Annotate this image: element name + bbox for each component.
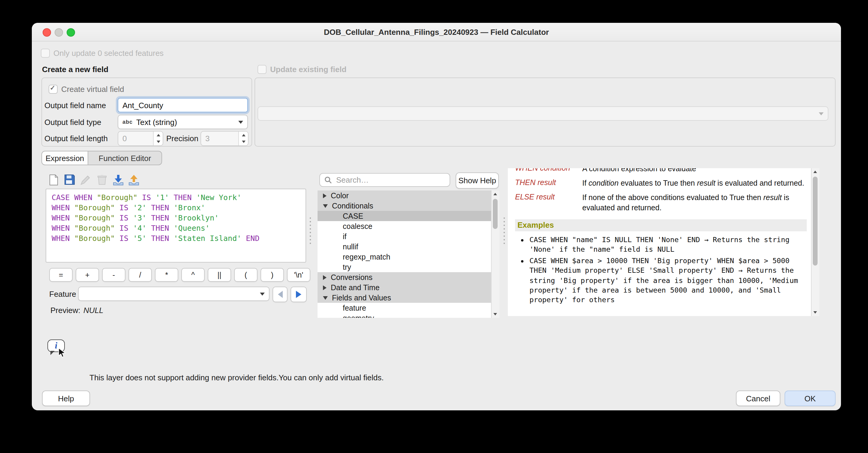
tree-label: Conditionals [332, 202, 373, 210]
help-param-description: A condition expression to evaluate [582, 168, 807, 174]
output-field-length-label: Output field length [44, 134, 108, 143]
output-field-type-select[interactable]: abc Text (string) [118, 115, 248, 129]
show-help-button[interactable]: Show Help [456, 172, 499, 189]
ok-button[interactable]: OK [784, 391, 836, 406]
spinner-down-button[interactable] [239, 139, 248, 145]
tree-item-coalesce[interactable]: coalesce [317, 221, 492, 231]
tab-expression[interactable]: Expression [41, 151, 88, 165]
tree-label: Fields and Values [332, 293, 391, 302]
splitter-handle[interactable] [309, 216, 312, 245]
tree-scrollbar[interactable] [491, 191, 499, 318]
tree-group-fields-and-values[interactable]: Fields and Values [317, 292, 492, 303]
export-up-arrow-icon [128, 174, 139, 185]
search-icon [324, 176, 332, 184]
operator-button[interactable]: || [208, 268, 231, 282]
scroll-up-icon[interactable] [813, 171, 817, 173]
tree-item-regexp_match[interactable]: regexp_match [317, 252, 492, 262]
tree-item-try[interactable]: try [317, 262, 492, 272]
operator-button[interactable]: = [49, 268, 73, 282]
import-expression-button[interactable] [112, 173, 125, 186]
tree-group-conditionals[interactable]: Conditionals [317, 201, 492, 211]
scrollbar-thumb[interactable] [493, 199, 498, 229]
export-expression-button[interactable] [127, 173, 141, 186]
code-line: CASE WHEN "Borough" IS '1' THEN 'New Yor… [52, 192, 300, 202]
tab-function-editor[interactable]: Function Editor [88, 151, 162, 165]
splitter-handle[interactable] [502, 216, 506, 245]
tree-group-date-and-time[interactable]: Date and Time [317, 282, 492, 292]
operator-button[interactable]: '\n' [287, 268, 310, 282]
chevron-down-icon[interactable] [323, 296, 328, 300]
feature-label: Feature [49, 290, 76, 299]
checkbox-checked-icon[interactable] [49, 85, 58, 94]
titlebar[interactable]: DOB_Cellular_Antenna_Filings_20240923 — … [32, 23, 841, 41]
operator-button[interactable]: ^ [181, 268, 205, 282]
operator-button[interactable]: ( [234, 268, 257, 282]
spinner-down-button[interactable] [154, 139, 163, 145]
save-expression-button[interactable] [63, 173, 76, 186]
new-expression-button[interactable] [47, 173, 60, 186]
code-line: WHEN "Borough" IS '3' THEN 'Brooklyn' [52, 213, 300, 223]
tree-group-color[interactable]: Color [317, 191, 492, 201]
cancel-button[interactable]: Cancel [736, 391, 780, 406]
chevron-down-icon[interactable] [323, 204, 328, 207]
spinner-up-button[interactable] [154, 132, 163, 139]
code-line: WHEN "Borough" IS '5' THEN 'Staten Islan… [52, 233, 300, 243]
tree-label: regexp_match [343, 253, 390, 261]
operator-button[interactable]: ) [260, 268, 284, 282]
function-tree-panel: ColorConditionalsCASEcoalesceifnullifreg… [317, 191, 499, 318]
scroll-up-icon[interactable] [493, 193, 497, 195]
pencil-icon [81, 174, 91, 185]
operator-button[interactable]: + [75, 268, 99, 282]
tree-label: CASE [343, 212, 363, 220]
operator-button[interactable]: - [102, 268, 125, 282]
preview-label: Preview: [51, 306, 81, 315]
field-calculator-window: DOB_Cellular_Antenna_Filings_20240923 — … [32, 23, 841, 410]
examples-band: Examples [515, 219, 807, 231]
scroll-down-icon[interactable] [493, 313, 497, 315]
chevron-right-icon[interactable] [323, 285, 327, 290]
only-update-checkbox: Only update 0 selected features [41, 49, 163, 58]
output-field-name-input[interactable] [118, 98, 248, 112]
scroll-down-icon[interactable] [813, 311, 817, 314]
scrollbar-thumb[interactable] [813, 177, 817, 265]
tree-item-nullif[interactable]: nullif [317, 242, 492, 252]
chevron-right-icon[interactable] [323, 193, 327, 198]
help-param-term: ELSE result [515, 193, 582, 213]
delete-expression-button [95, 173, 108, 186]
feature-select[interactable] [78, 287, 270, 301]
info-icon: i [48, 339, 71, 360]
precision-spinner[interactable]: 3 [200, 131, 249, 146]
tree-item-if[interactable]: if [317, 231, 492, 242]
help-scrollbar[interactable] [811, 168, 819, 316]
checkbox-icon [41, 49, 50, 58]
examples-heading: Examples [518, 221, 554, 229]
operator-button[interactable]: / [128, 268, 152, 282]
help-example: CASE WHEN "name" IS NULL THEN 'None' END… [529, 235, 807, 254]
help-button[interactable]: Help [42, 391, 90, 406]
help-content: WHEN conditionA condition expression to … [508, 168, 812, 316]
tree-label: if [343, 232, 347, 240]
mouse-cursor-icon [58, 348, 66, 358]
help-examples: CASE WHEN "name" IS NULL THEN 'None' END… [515, 235, 807, 305]
expression-editor[interactable]: CASE WHEN "Borough" IS '1' THEN 'New Yor… [45, 189, 306, 262]
precision-label: Precision [166, 134, 198, 143]
layer-info-text: This layer does not support adding new p… [89, 373, 383, 382]
operator-button[interactable]: * [155, 268, 178, 282]
chevron-right-icon[interactable] [323, 275, 327, 280]
tree-item-case[interactable]: CASE [317, 211, 492, 221]
function-search[interactable] [319, 173, 450, 187]
preview-value: NULL [84, 306, 103, 315]
create-new-field-heading: Create a new field [42, 65, 108, 74]
output-field-length-spinner[interactable]: 0 [118, 131, 163, 146]
tree-item-feature[interactable]: feature [317, 303, 492, 313]
code-line: WHEN "Borough" IS '4' THEN 'Queens' [52, 223, 300, 233]
operator-row: =+-/*^||()'\n' [49, 268, 310, 282]
spinner-up-button[interactable] [239, 132, 248, 139]
arrow-right-icon [296, 291, 301, 298]
chevron-down-icon [238, 120, 243, 123]
tree-group-conversions[interactable]: Conversions [317, 272, 492, 282]
search-input[interactable] [335, 175, 445, 185]
create-virtual-field-checkbox[interactable]: Create virtual field [49, 85, 124, 94]
next-feature-button[interactable] [290, 287, 307, 302]
tree-item-geometry[interactable]: geometry [317, 313, 492, 318]
